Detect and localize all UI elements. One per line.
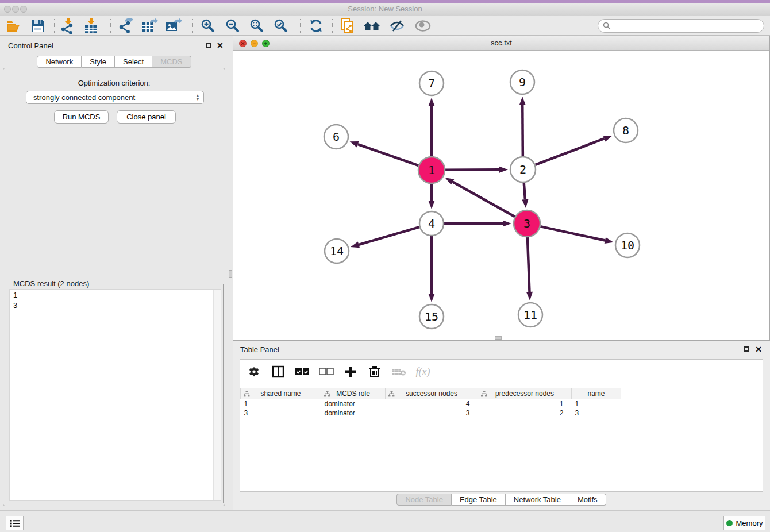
graph-edge[interactable] [536, 138, 605, 165]
mcds-result-title: MCDS result (2 nodes) [11, 279, 91, 288]
duplicate-network-icon[interactable] [338, 18, 357, 34]
delete-icon[interactable] [367, 364, 383, 379]
zoom-selected-icon[interactable] [272, 18, 290, 34]
splitter-handle-icon[interactable] [229, 270, 232, 278]
zoom-fit-icon[interactable] [248, 18, 266, 34]
window-minimize-button[interactable] [12, 6, 19, 13]
import-network-icon[interactable] [59, 18, 77, 34]
column-header-name[interactable]: name [572, 388, 621, 399]
tab-network[interactable]: Network [37, 56, 82, 68]
column-header-predecessor-nodes[interactable]: predecessor nodes [478, 388, 572, 399]
criterion-select[interactable]: strongly connected component ▲▼ [26, 91, 204, 104]
graph-edge[interactable] [524, 183, 525, 199]
frame-maximize-button[interactable]: + [262, 40, 270, 47]
control-panel-float-button[interactable] [206, 43, 211, 48]
gear-icon[interactable] [246, 364, 262, 379]
new-network-icon[interactable] [117, 18, 135, 34]
graph-edge[interactable] [528, 237, 530, 292]
graph-edge[interactable] [359, 227, 419, 245]
export-table-icon[interactable] [140, 18, 159, 34]
column-header-mcds-role[interactable]: MCDS role [321, 388, 386, 399]
window-zoom-button[interactable] [20, 6, 27, 13]
zoom-out-icon[interactable] [224, 18, 242, 34]
table-row[interactable]: 3dominator323 [241, 408, 621, 418]
tab-mcds[interactable]: MCDS [152, 56, 191, 68]
graph-node-6[interactable]: 6 [324, 125, 348, 149]
network-canvas[interactable]: 7968124314101511 [233, 51, 769, 340]
graph-node-1[interactable]: 1 [418, 157, 445, 183]
hide-style-icon[interactable] [388, 18, 406, 34]
node-table-container: f(x) shared name MCDS role successor nod… [240, 359, 763, 492]
vertical-splitter[interactable] [228, 36, 233, 510]
graph-node-2[interactable]: 2 [510, 157, 536, 182]
graph-node-10[interactable]: 10 [615, 233, 640, 257]
window-titlebar: Session: New Session [0, 3, 770, 16]
graph-node-11[interactable]: 11 [518, 303, 542, 327]
graph-node-8[interactable]: 8 [614, 118, 638, 142]
arrowhead-icon [522, 199, 528, 208]
graph-node-15[interactable]: 15 [419, 304, 444, 329]
graph-edge[interactable] [522, 105, 523, 156]
task-history-button[interactable] [6, 516, 24, 530]
search-input[interactable] [598, 19, 764, 33]
graph-node-7[interactable]: 7 [419, 71, 444, 95]
table-cell: 3 [241, 408, 321, 418]
export-image-icon[interactable] [164, 18, 183, 34]
table-panel-close-button[interactable]: ✕ [755, 346, 762, 353]
memory-button[interactable]: Memory [723, 516, 765, 530]
arrowhead-icon [445, 178, 455, 184]
table-row[interactable]: 1dominator411 [241, 399, 621, 408]
add-icon[interactable] [342, 364, 359, 379]
table-panel: Table Panel ✕ f(x) [233, 341, 770, 510]
table-tabs: Node Table Edge Table Network Table Moti… [233, 494, 770, 506]
deselect-all-icon[interactable] [318, 364, 334, 379]
graph-edge[interactable] [540, 226, 605, 240]
toolbar-separator [332, 19, 333, 33]
tab-edge-table[interactable]: Edge Table [452, 494, 506, 506]
frame-minimize-button[interactable]: − [251, 40, 258, 47]
zoom-in-icon[interactable] [199, 18, 217, 34]
graph-node-3[interactable]: 3 [514, 210, 540, 237]
tab-style[interactable]: Style [82, 56, 115, 68]
tab-node-table[interactable]: Node Table [396, 494, 452, 506]
column-header-successor-nodes[interactable]: successor nodes [386, 388, 478, 399]
show-graphics-icon[interactable] [414, 18, 432, 34]
column-header-shared-name[interactable]: shared name [241, 388, 321, 399]
refresh-icon[interactable] [307, 18, 325, 34]
mcds-result-textarea[interactable]: 1 3 [9, 289, 221, 501]
tab-select[interactable]: Select [115, 56, 152, 68]
function-builder-icon: f(x) [415, 364, 431, 379]
table-cell: 1 [572, 399, 621, 408]
home-icon[interactable] [363, 18, 381, 34]
node-table: shared name MCDS role successor nodes pr… [240, 388, 621, 418]
table-cell: 1 [241, 399, 321, 408]
open-folder-icon[interactable] [5, 18, 23, 34]
horizontal-splitter-handle[interactable] [495, 336, 502, 340]
graph-node-4[interactable]: 4 [419, 211, 444, 236]
table-panel-float-button[interactable] [744, 346, 749, 352]
control-panel-close-button[interactable]: ✕ [217, 42, 224, 49]
tab-network-table[interactable]: Network Table [506, 494, 569, 506]
graph-node-9[interactable]: 9 [510, 70, 534, 94]
memory-label: Memory [736, 519, 763, 527]
result-scrollbar[interactable] [213, 290, 221, 500]
save-icon[interactable] [29, 18, 47, 34]
close-panel-button[interactable]: Close panel [117, 110, 176, 124]
column-view-icon[interactable] [270, 364, 286, 379]
graph-edge[interactable] [445, 169, 499, 170]
graph-edge[interactable] [453, 182, 515, 217]
tree-icon [388, 391, 395, 399]
node-label: 9 [519, 75, 526, 89]
graph-edge[interactable] [358, 144, 419, 165]
import-table-icon[interactable] [82, 18, 100, 34]
list-icon [10, 519, 20, 528]
tab-motifs[interactable]: Motifs [569, 494, 606, 506]
frame-close-button[interactable]: ✕ [239, 40, 247, 47]
graph-node-14[interactable]: 14 [325, 239, 349, 263]
network-window-titlebar[interactable]: ✕ − + scc.txt [233, 36, 769, 51]
select-all-icon[interactable] [294, 364, 310, 379]
window-close-button[interactable] [4, 6, 11, 13]
control-panel-title: Control Panel [8, 41, 53, 50]
table-cell: 4 [386, 399, 478, 408]
run-mcds-button[interactable]: Run MCDS [54, 110, 109, 124]
